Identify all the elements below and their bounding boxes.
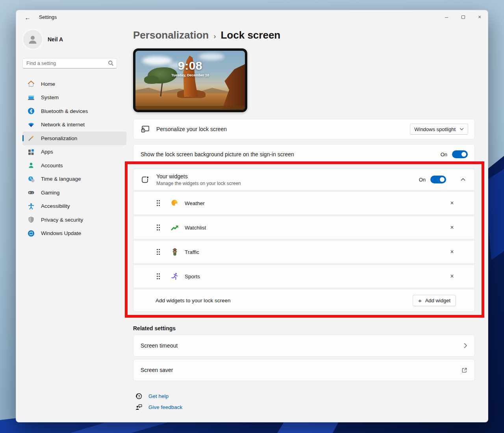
preview-foreground	[135, 106, 245, 110]
sidebar-item-home[interactable]: Home	[22, 77, 126, 91]
widgets-header-row[interactable]: Your widgets Manage the widgets on your …	[133, 168, 475, 191]
breadcrumb-parent[interactable]: Personalization	[133, 29, 209, 41]
maximize-button[interactable]	[455, 10, 471, 24]
svg-text:?: ?	[138, 394, 140, 398]
drag-handle-icon[interactable]	[156, 273, 161, 280]
accessibility-icon	[27, 202, 35, 210]
sidebar-item-apps[interactable]: Apps	[22, 145, 126, 159]
widget-label: Sports	[185, 274, 200, 279]
feedback-person-icon	[135, 403, 143, 411]
breadcrumb-separator-icon: ›	[213, 32, 216, 41]
sidebar-item-accessibility[interactable]: Accessibility	[22, 200, 126, 213]
dropdown-value: Windows spotlight	[414, 126, 456, 132]
page-title: Lock screen	[220, 29, 280, 41]
preview-time: 9:08	[135, 59, 245, 72]
sidebar-item-label: Privacy & security	[41, 217, 83, 223]
settings-window: ← Settings – × Neil A	[16, 10, 488, 422]
window-title: Settings	[39, 15, 57, 20]
toggle-knob	[440, 177, 445, 182]
drag-handle-icon[interactable]	[156, 248, 161, 255]
sidebar-item-privacy[interactable]: Privacy & security	[22, 213, 126, 227]
sidebar-item-label: Apps	[41, 149, 53, 155]
chevron-up-icon	[461, 178, 465, 181]
preview-clock: 9:08 Tuesday, December 10	[135, 59, 245, 77]
maximize-icon	[461, 15, 465, 19]
screen-timeout-label: Screen timeout	[141, 342, 178, 349]
titlebar: ← Settings – ×	[16, 10, 488, 24]
toggle-state-label: On	[419, 177, 426, 183]
drag-handle-icon[interactable]	[156, 200, 161, 207]
sidebar-item-windows-update[interactable]: Windows Update	[22, 227, 126, 241]
sidebar-item-system[interactable]: System	[22, 91, 126, 105]
sidebar-item-time-language[interactable]: Time & language	[22, 172, 126, 186]
remove-widget-button[interactable]: ×	[448, 200, 456, 207]
widgets-section: Your widgets Manage the widgets on your …	[133, 168, 475, 312]
help-headset-icon: ?	[135, 392, 143, 400]
person-icon	[27, 34, 38, 45]
chevron-right-icon	[464, 343, 467, 348]
drag-handle-icon[interactable]	[156, 224, 161, 231]
personalize-lock-screen-row: Personalize your lock screen Windows spo…	[133, 119, 475, 139]
toggle-state-label: On	[441, 152, 447, 157]
back-button[interactable]: ←	[21, 12, 34, 22]
widget-label: Weather	[185, 200, 205, 206]
widgets-subtitle: Manage the widgets on your lock screen	[156, 181, 241, 186]
related-settings-heading: Related settings	[133, 325, 176, 331]
lock-screen-mode-dropdown[interactable]: Windows spotlight	[410, 124, 468, 135]
collapse-button[interactable]	[458, 174, 468, 185]
widget-row-sports: Sports ×	[133, 265, 475, 288]
add-widget-button[interactable]: + Add widget	[413, 295, 456, 306]
time-language-icon	[27, 175, 35, 183]
sidebar-item-gaming[interactable]: Gaming	[22, 186, 126, 200]
sidebar-item-accounts[interactable]: Accounts	[22, 159, 126, 172]
breadcrumb: Personalization › Lock screen	[133, 29, 280, 41]
sidebar-nav: Home System Bluetooth & devices	[22, 77, 133, 240]
widget-row-weather: Weather ×	[133, 191, 475, 215]
widget-label: Watchlist	[185, 225, 206, 231]
sidebar-item-label: Bluetooth & devices	[41, 108, 88, 114]
plus-icon: +	[418, 298, 422, 303]
widget-label: Traffic	[185, 249, 199, 255]
remove-widget-button[interactable]: ×	[448, 248, 456, 255]
add-widgets-label: Add widgets to your lock screen	[156, 298, 231, 303]
remove-widget-button[interactable]: ×	[448, 273, 456, 280]
sidebar-item-label: Personalization	[41, 135, 77, 141]
screen-timeout-row[interactable]: Screen timeout	[133, 335, 475, 357]
sports-icon	[170, 272, 179, 281]
search-icon[interactable]	[108, 60, 114, 66]
widget-row-watchlist: Watchlist ×	[133, 216, 475, 239]
privacy-shield-icon	[27, 216, 35, 224]
preview-date: Tuesday, December 10	[135, 73, 245, 77]
search-input[interactable]	[22, 58, 117, 68]
network-icon	[27, 121, 35, 128]
user-profile[interactable]: Neil A	[22, 28, 133, 50]
sidebar-item-bluetooth[interactable]: Bluetooth & devices	[22, 104, 126, 118]
search-box	[22, 58, 117, 68]
sidebar-item-label: Home	[41, 81, 55, 87]
personalization-icon	[27, 135, 35, 142]
sidebar-item-personalization[interactable]: Personalization	[22, 131, 126, 145]
accounts-icon	[27, 162, 35, 169]
get-help-link[interactable]: Get help	[148, 393, 169, 399]
window-controls: – ×	[438, 10, 488, 24]
add-widget-button-label: Add widget	[425, 298, 450, 303]
widgets-toggle[interactable]	[430, 176, 446, 183]
personalize-label: Personalize your lock screen	[156, 126, 227, 132]
close-button[interactable]: ×	[471, 10, 488, 24]
lock-screen-preview-image: 9:08 Tuesday, December 10	[135, 51, 245, 110]
get-help-row: ? Get help	[135, 392, 169, 400]
widgets-title: Your widgets	[156, 173, 241, 179]
sidebar-item-label: Windows Update	[41, 230, 81, 236]
remove-widget-button[interactable]: ×	[448, 224, 456, 231]
screen-saver-row[interactable]: Screen saver	[133, 359, 475, 381]
sidebar-item-network[interactable]: Network & internet	[22, 118, 126, 132]
sidebar-item-label: Accessibility	[41, 203, 70, 209]
watchlist-icon	[170, 223, 179, 232]
minimize-button[interactable]: –	[438, 10, 455, 24]
widgets-icon	[141, 175, 150, 184]
give-feedback-link[interactable]: Give feedback	[148, 404, 182, 410]
sidebar-item-label: Gaming	[41, 190, 59, 196]
toggle-knob	[461, 152, 466, 157]
gaming-icon	[27, 189, 35, 196]
signin-toggle[interactable]	[452, 150, 468, 158]
